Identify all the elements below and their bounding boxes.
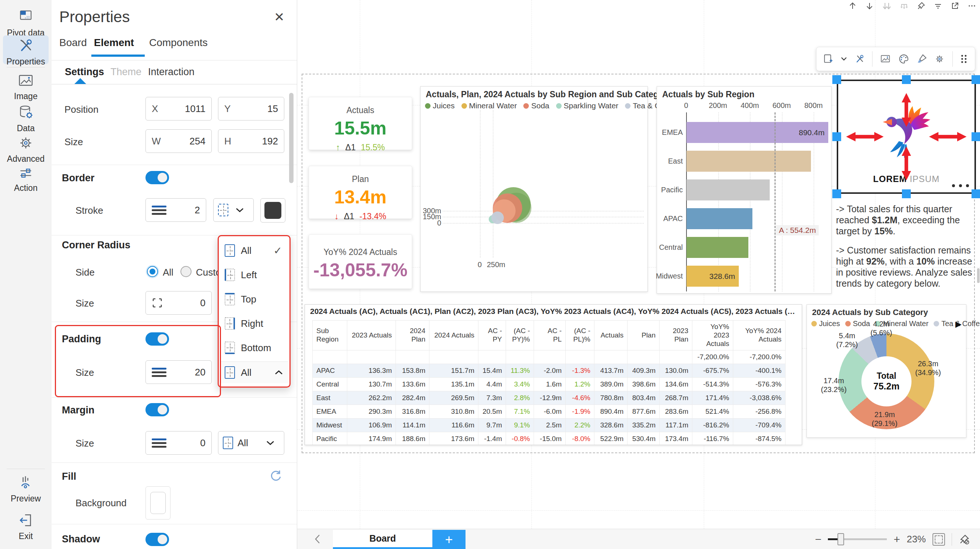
element-menu-icon[interactable] bbox=[952, 184, 969, 187]
image-icon[interactable] bbox=[880, 54, 891, 64]
tab-element[interactable]: Element bbox=[94, 37, 134, 49]
bar-apac[interactable] bbox=[686, 208, 752, 229]
bubble-chart-panel[interactable]: Actuals, Plan, 2024 Actuals by Sub Regio… bbox=[420, 86, 648, 292]
sidebar-item-pivot-data[interactable]: Pivot data bbox=[0, 8, 52, 38]
size-h-input[interactable]: H 192 bbox=[218, 129, 284, 153]
legend-item[interactable]: Juices bbox=[811, 319, 840, 328]
fit-to-screen-icon[interactable] bbox=[932, 533, 945, 546]
arrow-up-icon[interactable] bbox=[848, 2, 857, 10]
kpi-card-plan[interactable]: Plan 13.4m ↓Δ1-13.4% bbox=[309, 166, 412, 219]
table-panel[interactable]: 2024 Actuals (AC), Actuals (AC1), Plan (… bbox=[305, 304, 802, 445]
gear-icon[interactable] bbox=[934, 53, 945, 64]
resize-handle-ne[interactable] bbox=[972, 75, 980, 84]
resize-handle-sw[interactable] bbox=[832, 189, 841, 198]
add-element-icon[interactable] bbox=[823, 53, 834, 64]
logo-element[interactable]: LOREM IPSUM bbox=[837, 80, 976, 194]
legend-more-icon[interactable]: ▶ bbox=[955, 319, 962, 329]
resize-handle-s[interactable] bbox=[902, 189, 911, 198]
tabs-back-icon[interactable] bbox=[313, 533, 321, 544]
sidebar-item-preview[interactable]: Preview bbox=[0, 475, 52, 504]
donut-chart-panel[interactable]: 2024 Actuals by Sub Category JuicesSodaM… bbox=[807, 304, 966, 438]
design-canvas[interactable]: Actuals 15.5m ↑Δ115.5% Plan 13.4m ↓Δ1-13… bbox=[297, 0, 980, 549]
unpin-icon[interactable] bbox=[959, 534, 970, 545]
table-cell: 328.6m bbox=[594, 418, 628, 432]
tab-board-page[interactable]: Board bbox=[333, 530, 432, 549]
sidebar-item-action[interactable]: Action bbox=[0, 166, 52, 193]
reset-icon[interactable] bbox=[269, 469, 283, 483]
position-x-input[interactable]: X 1011 bbox=[145, 97, 212, 120]
sidebar-item-advanced[interactable]: Advanced bbox=[0, 135, 52, 164]
bar-east[interactable] bbox=[686, 151, 811, 172]
add-page-button[interactable]: + bbox=[432, 530, 466, 549]
bubble-tea-coffee[interactable] bbox=[491, 212, 504, 224]
double-arrow-down-icon[interactable] bbox=[882, 2, 892, 10]
shadow-toggle[interactable] bbox=[145, 533, 169, 546]
stroke-color-swatch[interactable] bbox=[260, 198, 285, 223]
padding-toggle[interactable] bbox=[145, 332, 169, 346]
stroke-side-select[interactable] bbox=[213, 198, 254, 222]
brush-icon[interactable] bbox=[916, 53, 927, 64]
sidebar-item-data[interactable]: Data bbox=[0, 104, 52, 133]
resize-handle-se[interactable] bbox=[972, 189, 980, 198]
palette-icon[interactable] bbox=[898, 53, 909, 65]
kpi-card-actuals[interactable]: Actuals 15.5m ↑Δ115.5% bbox=[309, 97, 412, 150]
margin-side-select[interactable]: All bbox=[218, 431, 284, 455]
subtab-interaction[interactable]: Interaction bbox=[148, 66, 194, 78]
tab-components[interactable]: Components bbox=[149, 37, 208, 49]
side-custom-radio[interactable] bbox=[180, 266, 191, 277]
bar-midwest[interactable]: 328.6m bbox=[686, 266, 739, 287]
zoom-slider-handle[interactable] bbox=[837, 533, 844, 545]
dropdown-option-top[interactable]: Top bbox=[220, 287, 288, 311]
zoom-out-button[interactable]: − bbox=[815, 533, 822, 546]
open-external-icon[interactable] bbox=[951, 2, 959, 10]
dropdown-option-all[interactable]: All ✓ bbox=[220, 238, 288, 263]
position-y-input[interactable]: Y 15 bbox=[218, 97, 284, 120]
chevron-down-icon[interactable] bbox=[841, 57, 847, 61]
sidebar-item-image[interactable]: Image bbox=[0, 73, 52, 101]
filter-icon[interactable] bbox=[934, 2, 942, 10]
panel-scrollbar[interactable] bbox=[289, 93, 294, 183]
margin-toggle[interactable] bbox=[145, 403, 169, 417]
notes-text[interactable]: -> Total sales for this quarter reached … bbox=[836, 203, 976, 297]
bar-central[interactable] bbox=[686, 237, 748, 258]
zoom-in-button[interactable]: + bbox=[894, 533, 900, 546]
more-icon[interactable] bbox=[967, 2, 976, 10]
arrow-down-icon[interactable] bbox=[865, 2, 874, 10]
side-dropdown-trigger[interactable]: All bbox=[220, 361, 288, 383]
bar-chart-panel[interactable]: Actuals by Sub Region 0200m400m600m800mE… bbox=[657, 86, 832, 294]
legend-item[interactable]: Mineral Water bbox=[875, 319, 928, 328]
resize-handle-n[interactable] bbox=[902, 75, 911, 84]
stroke-width-input[interactable]: 2 bbox=[145, 198, 206, 222]
column-header: Sub Region bbox=[313, 321, 347, 350]
border-toggle[interactable] bbox=[145, 171, 169, 184]
pin-icon[interactable] bbox=[916, 2, 926, 10]
dropdown-option-left[interactable]: Left bbox=[220, 263, 288, 287]
padding-size-input[interactable]: 20 bbox=[145, 360, 212, 384]
branch-icon[interactable] bbox=[900, 2, 908, 10]
sidebar-item-properties[interactable]: Properties bbox=[0, 38, 52, 67]
bar-emea[interactable]: 890.4m bbox=[686, 122, 828, 143]
drag-handle-icon[interactable] bbox=[960, 53, 968, 64]
subtab-theme[interactable]: Theme bbox=[110, 66, 142, 78]
bar-pacific[interactable] bbox=[686, 179, 770, 200]
dropdown-option-bottom[interactable]: Bottom bbox=[220, 336, 288, 360]
tab-board[interactable]: Board bbox=[59, 37, 87, 49]
close-icon[interactable]: ✕ bbox=[274, 10, 285, 24]
tools-icon[interactable] bbox=[854, 53, 865, 64]
resize-handle-w[interactable] bbox=[832, 132, 841, 141]
margin-size-input[interactable]: 0 bbox=[145, 431, 212, 455]
corner-size-input[interactable]: 0 bbox=[145, 291, 212, 314]
canvas-scrollbar[interactable] bbox=[977, 268, 980, 283]
zoom-slider[interactable] bbox=[828, 538, 887, 540]
background-color-swatch[interactable] bbox=[145, 486, 170, 520]
side-all-radio[interactable] bbox=[147, 266, 158, 277]
sidebar-label: Exit bbox=[0, 531, 52, 541]
subtab-settings[interactable]: Settings bbox=[65, 66, 104, 78]
kpi-card-yoy[interactable]: YoY% 2024 Actuals -13,055.7% bbox=[309, 235, 412, 289]
sidebar-item-exit[interactable]: Exit bbox=[0, 512, 52, 541]
resize-handle-e[interactable] bbox=[972, 132, 980, 141]
resize-handle-nw[interactable] bbox=[832, 75, 841, 84]
legend-item[interactable]: Soda bbox=[845, 319, 870, 328]
dropdown-option-right[interactable]: Right bbox=[220, 311, 288, 336]
size-w-input[interactable]: W 254 bbox=[145, 129, 212, 153]
